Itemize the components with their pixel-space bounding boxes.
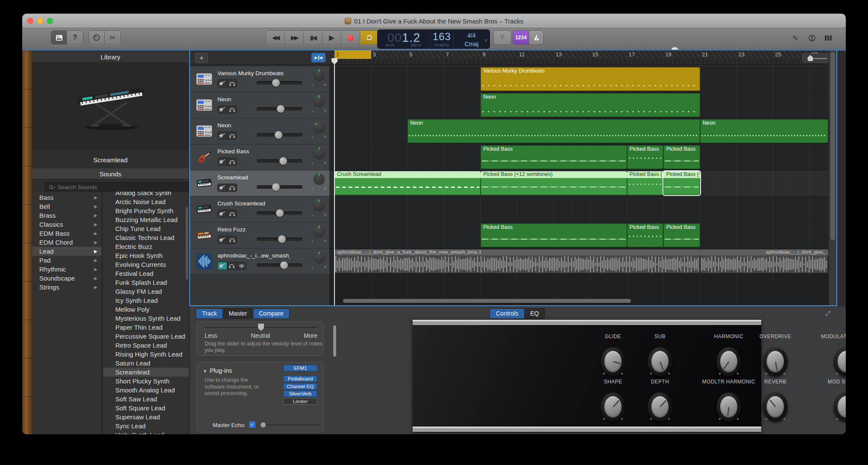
sound-item[interactable]: Bright Punchy Synth	[103, 206, 189, 215]
track-volume-slider[interactable]	[257, 159, 302, 163]
knob-shape[interactable]	[601, 392, 625, 421]
track-lane[interactable]: Neon	[329, 92, 829, 118]
region[interactable]: Neon	[700, 119, 828, 143]
sound-item[interactable]: Festival Lead	[103, 269, 189, 278]
sound-item[interactable]: Supersaw Lead	[103, 412, 189, 421]
sound-item[interactable]: Rising High Synth Lead	[103, 350, 189, 359]
sound-item[interactable]: Paper Thin Lead	[103, 323, 189, 332]
track-pan-knob[interactable]	[314, 173, 325, 184]
master-echo-slider[interactable]	[262, 424, 320, 425]
plugin-slot-silververb[interactable]: SilverVerb	[283, 390, 317, 397]
cycle-region[interactable]	[334, 50, 371, 59]
metronome-button[interactable]	[529, 31, 543, 44]
sound-item[interactable]: Short Plucky Synth	[103, 377, 189, 386]
count-in-button[interactable]: 1234	[513, 31, 529, 44]
solo-button[interactable]	[227, 132, 237, 139]
solo-button[interactable]	[227, 262, 237, 269]
region[interactable]: Picked Bass	[481, 145, 627, 169]
knob-harmonic[interactable]	[716, 347, 741, 376]
cycle-button[interactable]	[360, 31, 379, 44]
category-item[interactable]: Strings▶	[32, 283, 102, 292]
quick-help-button[interactable]: ?	[67, 31, 83, 44]
track-header[interactable]: ScreamleadLR	[190, 170, 329, 196]
inspector-scrollbar[interactable]	[333, 325, 336, 357]
category-item[interactable]: Lead▶	[32, 247, 102, 256]
compare-button[interactable]: Compare	[253, 308, 290, 319]
zoom-slider-thumb[interactable]	[808, 55, 813, 61]
solo-button[interactable]	[227, 80, 237, 87]
region[interactable]: Picked Bass (+12 semitones)	[481, 171, 627, 195]
sound-item[interactable]: Evolving Currents	[103, 260, 189, 269]
track-volume-slider[interactable]	[257, 263, 302, 267]
sound-item[interactable]: Soft Saw Lead	[103, 395, 189, 404]
mute-button[interactable]	[218, 106, 227, 113]
category-item[interactable]: Soundscape▶	[32, 274, 102, 283]
sound-item[interactable]: Unity Synth Lead	[103, 430, 189, 434]
track-volume-thumb[interactable]	[277, 105, 284, 113]
region[interactable]: Picked Bass (+	[663, 171, 700, 195]
sound-item[interactable]: Arctic Noise Lead	[103, 197, 189, 206]
category-item[interactable]: EDM Chord▶	[32, 238, 102, 247]
fast-forward-button[interactable]: ▶▶	[285, 31, 304, 44]
track-header[interactable]: Retro FuzzLR	[190, 222, 329, 249]
tab-controls[interactable]: Controls	[490, 309, 524, 319]
region[interactable]: Neon	[408, 119, 700, 143]
solo-button[interactable]	[227, 236, 237, 243]
media-browser-button[interactable]	[821, 32, 835, 44]
timeline-ruler[interactable]: 13579111315171921232527	[329, 50, 829, 65]
category-item[interactable]: Bell▶	[32, 202, 102, 211]
track-pan-knob[interactable]	[314, 199, 325, 211]
track-lane[interactable]: aphrodisiac_-_i_dont_give_a_fuck_about_t…	[329, 249, 829, 275]
tab-master[interactable]: Master	[223, 309, 253, 319]
catch-playhead-button[interactable]: ▶◀	[311, 53, 326, 62]
mute-button[interactable]	[218, 184, 227, 191]
sound-item[interactable]: Classic Techno Lead	[103, 233, 189, 242]
track-volume-thumb[interactable]	[276, 209, 284, 217]
track-pan-knob[interactable]	[314, 252, 325, 263]
region[interactable]: aphrodisiac_-_i_dont_give_a_fuck_about_t…	[334, 249, 700, 273]
track-volume-thumb[interactable]	[278, 235, 286, 243]
add-track-button[interactable]: +	[195, 53, 208, 63]
track-volume-slider[interactable]	[257, 133, 302, 137]
knob-mod-sustain[interactable]	[834, 392, 846, 421]
track-header[interactable]: NeonLR	[190, 92, 329, 118]
sound-item[interactable]: Funk Splash Lead	[103, 278, 189, 287]
sound-item[interactable]: Screamlead	[103, 368, 189, 377]
sound-item[interactable]: Glassy FM Lead	[103, 287, 189, 296]
region[interactable]: aphrodisiac_-_i_dont_give_	[700, 249, 828, 273]
track-volume-thumb[interactable]	[279, 157, 287, 165]
track-lane[interactable]: Picked BassPicked BassPicked Bass	[329, 222, 829, 249]
plugins-header[interactable]: ▼Plug-ins	[203, 367, 232, 374]
tuner-button[interactable]	[493, 30, 511, 45]
track-volume-thumb[interactable]	[272, 183, 280, 191]
mute-button[interactable]	[218, 262, 227, 269]
region[interactable]: Various Murky Drumbeats	[481, 67, 700, 91]
track-volume-thumb[interactable]	[272, 79, 280, 87]
solo-button[interactable]	[227, 210, 237, 217]
track-volume-thumb[interactable]	[275, 131, 282, 139]
track-header[interactable]: NeonLR	[190, 118, 329, 144]
category-item[interactable]: Brass▶	[32, 211, 102, 220]
region[interactable]: Picked Bass	[627, 223, 664, 247]
go-to-beginning-button[interactable]: ▮◀	[304, 31, 323, 44]
master-echo-slider-thumb[interactable]	[261, 422, 266, 427]
tab-eq[interactable]: EQ	[524, 309, 545, 319]
master-echo-checkbox[interactable]: ✓	[249, 421, 255, 428]
sound-item[interactable]: Saturn Lead	[103, 359, 189, 368]
knob-modltr-harmonic[interactable]	[716, 392, 741, 421]
track-header[interactable]: aphrodisiac_-_i...ew_smash_brosLR	[190, 249, 329, 275]
plugin-slot-efm1[interactable]: EFM1	[283, 365, 317, 371]
lcd-display[interactable]: 001.2 BARBEAT 163 TEMPO 4/4 Cmaj ˅	[377, 29, 490, 49]
region[interactable]: Picked Bass	[663, 223, 700, 247]
track-volume-thumb[interactable]	[280, 261, 288, 269]
play-button[interactable]: ▶	[323, 31, 341, 44]
plugin-slot-channel-eq[interactable]: Channel EQ	[283, 383, 317, 390]
editor-button[interactable]: ✂	[105, 31, 120, 44]
knob-glide[interactable]	[601, 347, 625, 376]
plugin-slot-pedalboard[interactable]: Pedalboard	[283, 375, 317, 382]
region[interactable]: Picked Bass (+	[627, 171, 664, 195]
track-volume-slider[interactable]	[257, 107, 302, 111]
solo-button[interactable]	[227, 184, 237, 191]
category-item[interactable]: Classics▶	[32, 220, 102, 229]
tab-track[interactable]: Track	[196, 309, 223, 319]
